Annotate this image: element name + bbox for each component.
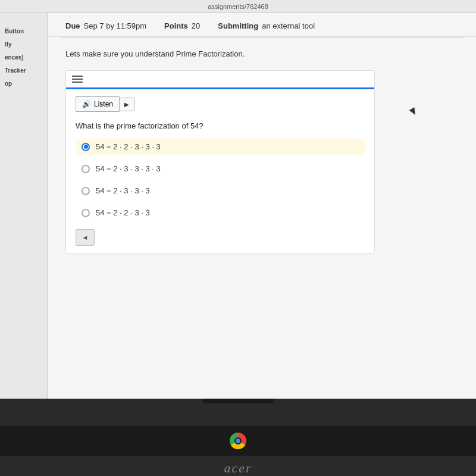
option-1-text: 54 = 2 · 2 · 3 · 3 · 3: [96, 142, 161, 151]
hamburger-line-2: [72, 79, 83, 80]
option-3-text: 54 = 2 · 3 · 3 · 3: [96, 186, 150, 195]
submitting-section: Submitting an external tool: [218, 21, 315, 30]
radio-3: [82, 187, 90, 195]
sidebar-item-ences[interactable]: ences): [0, 51, 47, 64]
radio-2: [82, 165, 90, 173]
speaker-icon: 🔊: [82, 100, 91, 108]
points-section: Points 20: [164, 21, 200, 30]
submitting-value: an external tool: [262, 21, 315, 30]
points-value: 20: [192, 21, 200, 30]
sidebar-item-op[interactable]: op: [0, 77, 47, 90]
options-list: 54 = 2 · 2 · 3 · 3 · 3 54 = 2 · 3 · 3 · …: [76, 139, 365, 221]
due-label: Due: [65, 21, 80, 30]
url-bar: assignments/762468: [0, 0, 476, 13]
laptop-bezel: acer: [0, 399, 476, 476]
option-3[interactable]: 54 = 2 · 3 · 3 · 3: [76, 183, 365, 199]
sidebar-item-tracker[interactable]: Tracker: [0, 64, 47, 77]
laptop-notch: [202, 399, 274, 403]
due-value: Sep 7 by 11:59pm: [84, 21, 147, 30]
listen-label: Listen: [94, 100, 113, 108]
screen: assignments/762468 Button tly ences) Tra…: [0, 0, 476, 399]
chrome-icon[interactable]: [230, 433, 246, 449]
url-text: assignments/762468: [208, 3, 268, 10]
sidebar: Button tly ences) Tracker op: [0, 13, 48, 399]
assignment-header: Due Sep 7 by 11:59pm Points 20 Submittin…: [48, 13, 476, 37]
hamburger-menu-button[interactable]: [72, 76, 83, 83]
back-icon: ◄: [82, 234, 89, 241]
play-icon: ▶: [124, 101, 129, 108]
option-1[interactable]: 54 = 2 · 2 · 3 · 3 · 3: [76, 139, 365, 155]
main-content: Due Sep 7 by 11:59pm Points 20 Submittin…: [48, 13, 476, 399]
chrome-center: [234, 437, 242, 444]
radio-1: [82, 143, 90, 151]
brand-text: acer: [224, 461, 252, 476]
listen-bar: 🔊 Listen ▶: [76, 96, 365, 112]
due-section: Due Sep 7 by 11:59pm: [65, 21, 146, 30]
intro-text: Lets make sure you understand Prime Fact…: [65, 49, 458, 58]
radio-4: [82, 209, 90, 217]
hamburger-line-3: [72, 82, 83, 83]
play-button[interactable]: ▶: [120, 98, 134, 111]
question-text: What is the prime factorization of 54?: [76, 121, 365, 130]
widget-toolbar: [66, 71, 374, 89]
listen-button[interactable]: 🔊 Listen: [76, 96, 120, 112]
option-4-text: 54 = 2 · 2 · 3 · 3: [96, 208, 150, 217]
taskbar: [0, 426, 476, 456]
back-nav-button[interactable]: ◄: [76, 229, 95, 246]
hamburger-line-1: [72, 76, 83, 77]
option-2-text: 54 = 2 · 3 · 3 · 3 · 3: [96, 164, 161, 173]
quiz-widget: 🔊 Listen ▶ What is the prime factorizati…: [65, 70, 375, 253]
option-4[interactable]: 54 = 2 · 2 · 3 · 3: [76, 205, 365, 221]
widget-body: 🔊 Listen ▶ What is the prime factorizati…: [66, 89, 374, 253]
points-label: Points: [164, 21, 188, 30]
sidebar-item-button[interactable]: Button: [0, 25, 47, 38]
submitting-label: Submitting: [218, 21, 258, 30]
content-area: Lets make sure you understand Prime Fact…: [48, 37, 476, 277]
option-2[interactable]: 54 = 2 · 3 · 3 · 3 · 3: [76, 161, 365, 177]
sidebar-item-tly[interactable]: tly: [0, 38, 47, 51]
